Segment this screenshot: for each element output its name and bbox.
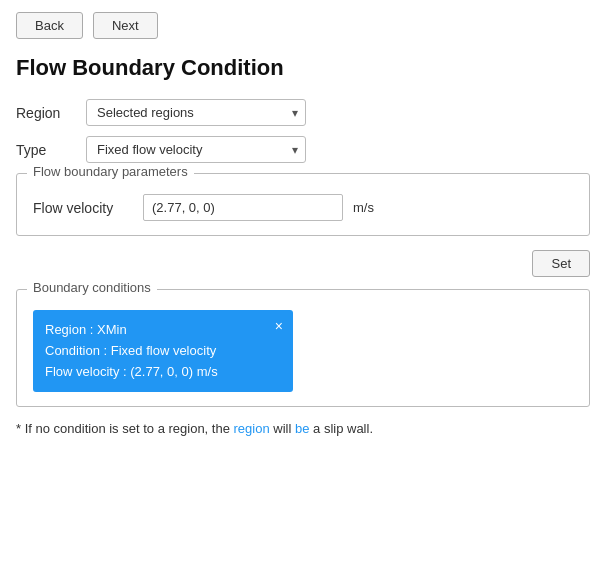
back-button[interactable]: Back (16, 12, 83, 39)
boundary-region-line: Region : XMin (45, 320, 281, 341)
set-row: Set (16, 250, 590, 277)
region-row: Region Selected regions XMin XMax YMin Y… (16, 99, 590, 126)
footer-note: * If no condition is set to a region, th… (16, 421, 590, 436)
next-button[interactable]: Next (93, 12, 158, 39)
top-buttons: Back Next (16, 12, 590, 39)
region-label: Region (16, 105, 86, 121)
set-button[interactable]: Set (532, 250, 590, 277)
boundary-item: × Region : XMin Condition : Fixed flow v… (33, 310, 293, 392)
velocity-row: Flow velocity m/s (33, 194, 573, 221)
page-title: Flow Boundary Condition (16, 55, 590, 81)
type-select-wrapper: Fixed flow velocity Zero gradient Inlet/… (86, 136, 306, 163)
footer-middle: will (270, 421, 295, 436)
region-select-wrapper: Selected regions XMin XMax YMin YMax ZMi… (86, 99, 306, 126)
flow-params-box: Flow boundary parameters Flow velocity m… (16, 173, 590, 236)
type-row: Type Fixed flow velocity Zero gradient I… (16, 136, 590, 163)
footer-prefix: * If no condition is set to a region, th… (16, 421, 234, 436)
footer-highlight2: be (295, 421, 309, 436)
boundary-close-button[interactable]: × (275, 318, 283, 334)
boundary-conditions-box: Boundary conditions × Region : XMin Cond… (16, 289, 590, 407)
footer-suffix: a slip wall. (309, 421, 373, 436)
type-select[interactable]: Fixed flow velocity Zero gradient Inlet/… (86, 136, 306, 163)
velocity-input[interactable] (143, 194, 343, 221)
velocity-unit: m/s (353, 200, 374, 215)
region-select[interactable]: Selected regions XMin XMax YMin YMax ZMi… (86, 99, 306, 126)
boundary-conditions-legend: Boundary conditions (27, 280, 157, 295)
flow-params-legend: Flow boundary parameters (27, 164, 194, 179)
footer-highlight1: region (234, 421, 270, 436)
boundary-velocity-line: Flow velocity : (2.77, 0, 0) m/s (45, 362, 281, 383)
boundary-condition-line: Condition : Fixed flow velocity (45, 341, 281, 362)
velocity-label: Flow velocity (33, 200, 133, 216)
type-label: Type (16, 142, 86, 158)
